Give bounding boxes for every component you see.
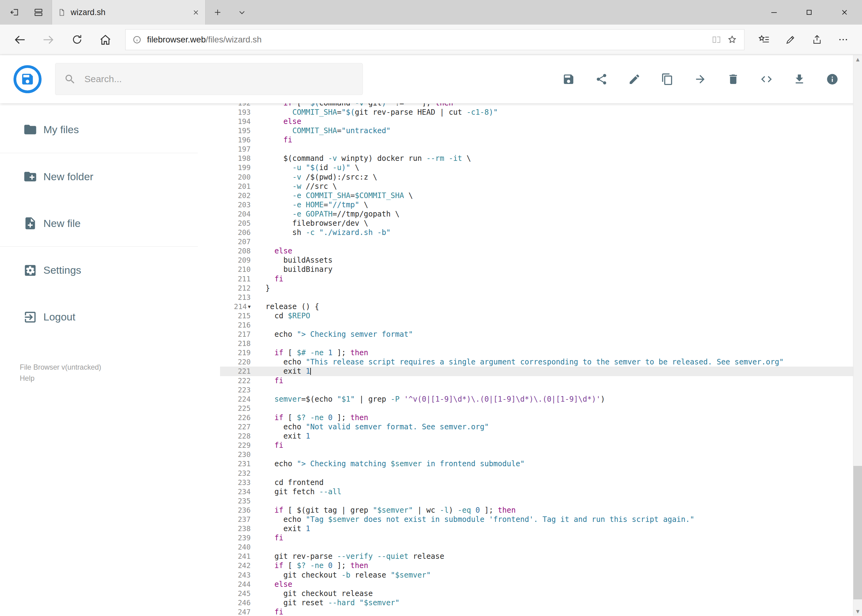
code-line[interactable]: 236 if [ $(git tag | grep "$semver" | wc…: [220, 506, 853, 515]
code-line[interactable]: 229 fi: [220, 441, 853, 450]
code-line[interactable]: 242 if [ $? -ne 0 ]; then: [220, 561, 853, 570]
scrollbar-down-arrow[interactable]: ▼: [853, 607, 862, 616]
code-line[interactable]: 244 else: [220, 580, 853, 589]
code-line[interactable]: 205 filebrowser/dev \: [220, 218, 853, 228]
code-line-text[interactable]: cd frontend: [254, 478, 853, 487]
scrollbar-thumb[interactable]: [853, 466, 862, 599]
address-bar[interactable]: filebrowser.web/files/wizard.sh: [125, 29, 744, 50]
code-line-text[interactable]: COMMIT_SHA="$(git rev-parse HEAD | cut -…: [254, 108, 853, 117]
code-line-text[interactable]: release () {: [254, 302, 853, 311]
code-line[interactable]: 203 -e HOME="//tmp" \: [220, 200, 853, 209]
code-line-text[interactable]: [254, 385, 853, 394]
code-editor[interactable]: 192 if [ "$(command -v git)" != "" ]; th…: [220, 103, 853, 616]
code-line[interactable]: 217 echo "> Checking semver format": [220, 330, 853, 339]
code-line[interactable]: 241 git rev-parse --verify --quiet relea…: [220, 552, 853, 561]
code-line[interactable]: 220 echo "This release script requires a…: [220, 357, 853, 366]
code-line[interactable]: 215 cd $REPO: [220, 311, 853, 321]
code-line[interactable]: 247 fi: [220, 607, 853, 616]
code-line[interactable]: 240: [220, 542, 853, 552]
code-line[interactable]: 194 else: [220, 117, 853, 126]
code-line[interactable]: 213: [220, 293, 853, 302]
code-line[interactable]: 246 git reset --hard "$semver": [220, 598, 853, 607]
code-line[interactable]: 243 git checkout -b release "$semver": [220, 570, 853, 580]
code-line-text[interactable]: fi: [254, 533, 853, 542]
code-line[interactable]: 193 COMMIT_SHA="$(git rev-parse HEAD | c…: [220, 108, 853, 117]
code-line-text[interactable]: semver=$(echo "$1" | grep -P '^v(0|[1-9]…: [254, 394, 853, 404]
code-line[interactable]: 227 echo "Not valid semver format. See s…: [220, 422, 853, 432]
code-line-text[interactable]: [254, 404, 853, 413]
code-line-text[interactable]: if [ "$(command -v git)" != "" ]; then: [254, 103, 853, 108]
code-line[interactable]: 221 exit 1: [220, 366, 853, 376]
code-line-text[interactable]: git checkout release: [254, 589, 853, 598]
favorite-star-icon[interactable]: [727, 35, 738, 45]
code-line[interactable]: 200 -v /$(pwd):/src:z \: [220, 173, 853, 182]
code-line[interactable]: 232: [220, 469, 853, 478]
minimize-button[interactable]: [756, 0, 791, 25]
code-line-text[interactable]: [254, 542, 853, 552]
code-line-text[interactable]: -w //src \: [254, 182, 853, 191]
fold-toggle-icon[interactable]: ▾: [248, 302, 251, 311]
code-line-text[interactable]: }: [254, 284, 853, 293]
sidebar-item-new-folder[interactable]: New folder: [0, 163, 220, 190]
close-button[interactable]: [827, 0, 862, 25]
code-line-text[interactable]: buildAssets: [254, 256, 853, 265]
code-line-text[interactable]: fi: [254, 607, 853, 616]
code-line[interactable]: 216: [220, 321, 853, 330]
code-line[interactable]: 218: [220, 339, 853, 348]
code-line-text[interactable]: echo "> Checking semver format": [254, 330, 853, 339]
save-button[interactable]: [552, 63, 585, 96]
tab-list-button[interactable]: [230, 0, 254, 25]
settings-more-button[interactable]: [830, 27, 856, 52]
code-line-text[interactable]: git checkout -b release "$semver": [254, 570, 853, 580]
share-button[interactable]: [585, 63, 618, 96]
source-view-button[interactable]: [750, 63, 783, 96]
code-line-text[interactable]: else: [254, 246, 853, 256]
help-link[interactable]: Help: [20, 373, 220, 384]
search-input[interactable]: [84, 73, 354, 85]
code-line-text[interactable]: $(command -v winpty) docker run --rm -it…: [254, 154, 853, 163]
code-line[interactable]: 237 echo "Tag $semver does not exist in …: [220, 515, 853, 524]
code-line[interactable]: 238 exit 1: [220, 524, 853, 533]
code-line-text[interactable]: echo "Not valid semver format. See semve…: [254, 422, 853, 432]
code-line[interactable]: 226 if [ $? -ne 0 ]; then: [220, 413, 853, 422]
search-box[interactable]: [55, 63, 363, 95]
reading-view-icon[interactable]: [711, 35, 722, 45]
code-line-text[interactable]: [254, 497, 853, 506]
code-line[interactable]: 225: [220, 404, 853, 413]
code-line-text[interactable]: fi: [254, 441, 853, 450]
code-line-text[interactable]: fi: [254, 274, 853, 284]
code-line[interactable]: 224 semver=$(echo "$1" | grep -P '^v(0|[…: [220, 394, 853, 404]
tab-close-icon[interactable]: [192, 9, 200, 16]
code-line-text[interactable]: if [ $# -ne 1 ]; then: [254, 348, 853, 357]
vertical-scrollbar[interactable]: ▲ ▼: [853, 55, 862, 616]
download-button[interactable]: [783, 63, 816, 96]
code-line-text[interactable]: git reset --hard "$semver": [254, 598, 853, 607]
code-line-text[interactable]: [254, 293, 853, 302]
code-line[interactable]: 202 -e COMMIT_SHA=$COMMIT_SHA \: [220, 191, 853, 200]
code-line-text[interactable]: [254, 237, 853, 246]
move-button[interactable]: [684, 63, 717, 96]
sidebar-item-settings[interactable]: Settings: [0, 257, 220, 284]
code-line-text[interactable]: else: [254, 117, 853, 126]
scrollbar-up-arrow[interactable]: ▲: [853, 55, 862, 64]
maximize-button[interactable]: [791, 0, 827, 25]
code-line-text[interactable]: sh -c "./wizard.sh -b": [254, 228, 853, 237]
code-line-text[interactable]: git rev-parse --verify --quiet release: [254, 552, 853, 561]
refresh-button[interactable]: [63, 27, 91, 52]
site-info-icon[interactable]: [132, 35, 142, 44]
code-line-text[interactable]: [254, 321, 853, 330]
back-button[interactable]: [6, 27, 34, 52]
code-line-text[interactable]: exit 1: [254, 524, 853, 533]
code-line-text[interactable]: [254, 145, 853, 154]
web-note-button[interactable]: [777, 27, 804, 52]
code-line-text[interactable]: if [ $? -ne 0 ]; then: [254, 561, 853, 570]
sidebar-item-logout[interactable]: Logout: [0, 304, 220, 330]
code-line[interactable]: 219 if [ $# -ne 1 ]; then: [220, 348, 853, 357]
code-line[interactable]: 197: [220, 145, 853, 154]
set-tabs-aside-button[interactable]: [2, 0, 27, 25]
code-line[interactable]: 245 git checkout release: [220, 589, 853, 598]
forward-button[interactable]: [34, 27, 63, 52]
code-line[interactable]: 234 git fetch --all: [220, 487, 853, 497]
code-line[interactable]: 223: [220, 385, 853, 394]
code-line[interactable]: 239 fi: [220, 533, 853, 542]
